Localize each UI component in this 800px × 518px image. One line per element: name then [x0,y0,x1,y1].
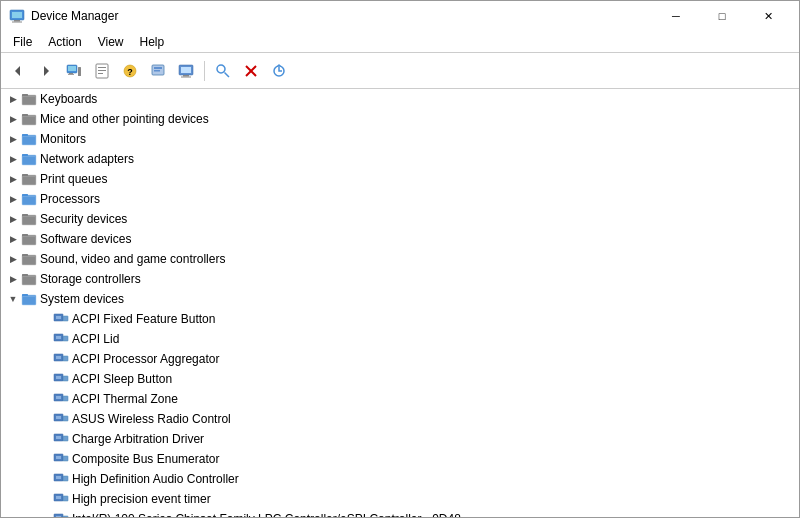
tree-icon-hd-audio [53,471,69,487]
tree-item-sound[interactable]: ▶ Sound, video and game controllers [1,249,799,269]
remove-button[interactable] [238,58,264,84]
tree-item-system[interactable]: ▼ System devices [1,289,799,309]
tree-icon-acpi-fixed [53,311,69,327]
back-button[interactable] [5,58,31,84]
tree-icon-acpi-thermal [53,391,69,407]
tree-toggle-system[interactable]: ▼ [5,291,21,307]
tree-item-mice[interactable]: ▶ Mice and other pointing devices [1,109,799,129]
monitor-button[interactable] [173,58,199,84]
tree-label-system: System devices [40,292,124,306]
tree-item-composite[interactable]: Composite Bus Enumerator [1,449,799,469]
svg-rect-55 [23,257,35,264]
svg-rect-72 [56,376,61,379]
tree-item-hpet[interactable]: High precision event timer [1,489,799,509]
tree-item-software[interactable]: ▶ Software devices [1,229,799,249]
tree-item-charge-arb[interactable]: Charge Arbitration Driver [1,429,799,449]
minimize-button[interactable]: ─ [653,1,699,31]
svg-rect-60 [22,294,28,296]
help-button[interactable]: ? [117,58,143,84]
title-bar-left: Device Manager [9,8,118,24]
tree-item-storage[interactable]: ▶ Storage controllers [1,269,799,289]
tree-item-keyboards[interactable]: ▶ Keyboards [1,89,799,109]
title-bar-controls: ─ □ ✕ [653,1,791,31]
tree-item-print[interactable]: ▶ Print queues [1,169,799,189]
svg-rect-84 [56,456,61,459]
tree-icon-network [21,151,37,167]
tree-toggle-software[interactable]: ▶ [5,231,21,247]
tree-toggle-intel-lpc [37,511,53,517]
tree-item-asus-wireless[interactable]: ASUS Wireless Radio Control [1,409,799,429]
tree-icon-keyboards [21,91,37,107]
tree-icon-security [21,211,37,227]
tree-label-monitors: Monitors [40,132,86,146]
tree-label-print: Print queues [40,172,107,186]
tree-item-acpi-proc[interactable]: ACPI Processor Aggregator [1,349,799,369]
tree-item-acpi-sleep[interactable]: ACPI Sleep Button [1,369,799,389]
tree-panel[interactable]: ▶ Keyboards▶ Mice and other pointing dev… [1,89,799,517]
tree-label-composite: Composite Bus Enumerator [72,452,219,466]
tree-item-acpi-thermal[interactable]: ACPI Thermal Zone [1,389,799,409]
tree-label-asus-wireless: ASUS Wireless Radio Control [72,412,231,426]
content-area: ▶ Keyboards▶ Mice and other pointing dev… [1,89,799,517]
svg-rect-3 [12,22,22,23]
tree-item-security[interactable]: ▶ Security devices [1,209,799,229]
svg-rect-51 [22,234,28,236]
svg-point-24 [217,65,225,73]
tree-item-intel-lpc[interactable]: Intel(R) 100 Series Chipset Family LPC C… [1,509,799,517]
monitor-icon [178,63,194,79]
svg-rect-79 [63,416,68,421]
tree-item-acpi-lid[interactable]: ACPI Lid [1,329,799,349]
forward-icon [39,64,53,78]
close-button[interactable]: ✕ [745,1,791,31]
tree-toggle-mice[interactable]: ▶ [5,111,21,127]
tree-label-sound: Sound, video and game controllers [40,252,225,266]
title-bar: Device Manager ─ □ ✕ [1,1,799,31]
forward-button[interactable] [33,58,59,84]
svg-rect-33 [22,114,28,116]
tree-label-hd-audio: High Definition Audio Controller [72,472,239,486]
device-view-button[interactable] [61,58,87,84]
svg-rect-49 [23,217,35,224]
svg-rect-21 [181,67,191,73]
properties-button[interactable] [89,58,115,84]
tree-toggle-sound[interactable]: ▶ [5,251,21,267]
svg-rect-91 [63,496,68,501]
tree-toggle-processors[interactable]: ▶ [5,191,21,207]
svg-rect-48 [22,214,28,216]
svg-rect-87 [56,476,61,479]
tree-toggle-keyboards[interactable]: ▶ [5,91,21,107]
maximize-button[interactable]: □ [699,1,745,31]
tree-item-acpi-fixed[interactable]: ACPI Fixed Feature Button [1,309,799,329]
tree-label-processors: Processors [40,192,100,206]
scan-button[interactable] [210,58,236,84]
device-manager-window: Device Manager ─ □ ✕ File Action View He… [0,0,800,518]
svg-rect-46 [23,197,35,204]
tree-label-hpet: High precision event timer [72,492,211,506]
tree-toggle-network[interactable]: ▶ [5,151,21,167]
svg-rect-85 [63,456,68,461]
svg-rect-70 [63,356,68,361]
menu-help[interactable]: Help [132,33,173,51]
svg-rect-64 [63,316,68,321]
svg-rect-18 [154,67,162,69]
tree-item-monitors[interactable]: ▶ Monitors [1,129,799,149]
scan-icon [215,63,231,79]
tree-toggle-print[interactable]: ▶ [5,171,21,187]
svg-rect-2 [14,20,20,22]
tree-toggle-asus-wireless [37,411,53,427]
tree-item-network[interactable]: ▶ Network adapters [1,149,799,169]
driver-button[interactable] [145,58,171,84]
menu-file[interactable]: File [5,33,40,51]
tree-item-hd-audio[interactable]: High Definition Audio Controller [1,469,799,489]
tree-toggle-security[interactable]: ▶ [5,211,21,227]
menu-view[interactable]: View [90,33,132,51]
tree-item-processors[interactable]: ▶ Processors [1,189,799,209]
tree-icon-sound [21,251,37,267]
svg-rect-57 [22,274,28,276]
menu-action[interactable]: Action [40,33,89,51]
svg-rect-75 [56,396,61,399]
update-button[interactable] [266,58,292,84]
tree-toggle-monitors[interactable]: ▶ [5,131,21,147]
tree-toggle-storage[interactable]: ▶ [5,271,21,287]
svg-marker-4 [15,66,20,76]
